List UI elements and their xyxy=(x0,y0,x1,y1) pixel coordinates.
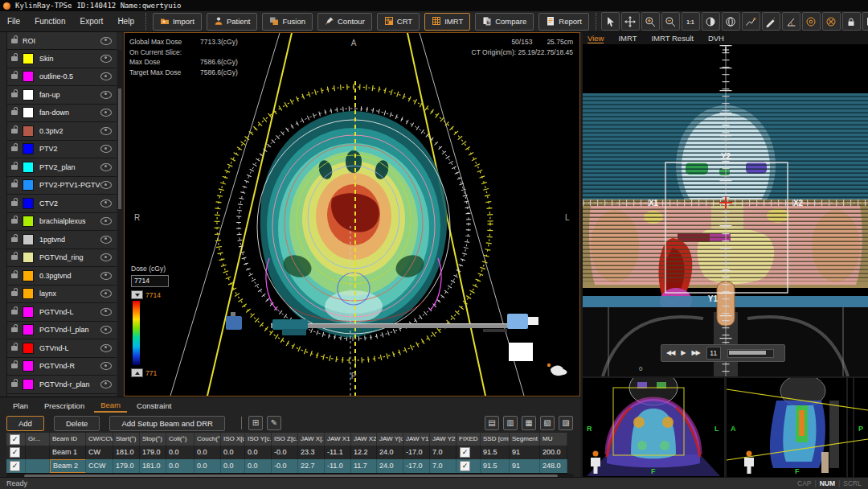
roi-scrollbar[interactable] xyxy=(117,50,122,397)
cell-JAW Y2...[interactable]: 7.0 xyxy=(430,459,457,473)
roi-list-item[interactable]: fan-down xyxy=(7,105,117,123)
lock-icon[interactable] xyxy=(11,346,18,351)
cell-SSD [cm][interactable]: 91.5 xyxy=(481,459,510,473)
angle-button[interactable] xyxy=(782,12,800,31)
column-header-FIXED[interactable]: FIXED xyxy=(457,433,481,446)
rotate-3d-button[interactable] xyxy=(722,12,740,31)
collimator-button[interactable] xyxy=(822,12,841,31)
column-header-Coll(°)[interactable]: Coll(°) xyxy=(166,433,194,446)
eye-icon[interactable] xyxy=(100,344,112,352)
roi-list-item[interactable]: PTV2-PTV1-PGTVnd-PGTVn: xyxy=(7,177,117,195)
menu-function[interactable]: Function xyxy=(27,11,72,32)
column-header-MU[interactable]: MU xyxy=(540,433,567,446)
tab-prescription[interactable]: Prescription xyxy=(38,400,91,412)
cell-JAW X2...[interactable]: 11.7 xyxy=(351,459,377,473)
eye-icon[interactable] xyxy=(100,91,112,99)
column-header-Beam ID[interactable]: Beam ID xyxy=(50,433,86,446)
cell-Stop(°)[interactable]: 179.0 xyxy=(140,446,166,459)
pointer-button[interactable] xyxy=(601,12,620,31)
sagittal-view[interactable]: A P F xyxy=(727,378,868,477)
cell-JAW X1...[interactable]: -11.1 xyxy=(325,446,351,459)
lock-icon[interactable] xyxy=(11,255,18,260)
eye-icon[interactable] xyxy=(100,109,112,117)
eye-icon[interactable] xyxy=(100,380,112,388)
lock-icon[interactable] xyxy=(11,327,18,332)
eye-icon[interactable] xyxy=(100,217,112,225)
template-table-button[interactable]: ▧ xyxy=(540,416,555,430)
window-level-button[interactable] xyxy=(702,12,720,31)
lock-icon[interactable] xyxy=(11,39,18,43)
coronal-view[interactable]: R L F xyxy=(583,378,724,477)
eye-icon[interactable] xyxy=(100,72,112,80)
cell-JAW Y1...[interactable]: -17.0 xyxy=(403,459,430,473)
lock-icon[interactable] xyxy=(11,74,18,79)
cell-JAW Y1...[interactable]: -17.0 xyxy=(403,446,430,459)
import-table-button[interactable]: ▥ xyxy=(503,416,518,430)
axial-dose-view[interactable]: A R L P Global Max Dose7713.3(cGy) On Cu… xyxy=(124,32,580,397)
segment-progress-bar[interactable] xyxy=(727,349,774,358)
roi-list-item[interactable]: 0.3pgtvnd xyxy=(7,267,117,286)
column-header-Segment[interactable]: Segment xyxy=(510,433,540,446)
fast-forward-button[interactable]: ▶▶ xyxy=(691,344,699,362)
export-table-button[interactable]: ▤ xyxy=(485,416,499,430)
cell-Start(°)[interactable]: 179.0 xyxy=(113,459,140,473)
lock-icon[interactable] xyxy=(11,310,18,314)
roi-list-item[interactable]: CTV2 xyxy=(7,195,117,213)
roi-list-item[interactable]: fan-up xyxy=(7,86,117,105)
lock-icon[interactable] xyxy=(11,56,18,61)
row-checkbox[interactable]: ✓ xyxy=(10,461,20,471)
roi-list-item[interactable]: PTV2_plan xyxy=(7,158,117,177)
compare-button[interactable]: bCompare xyxy=(475,13,534,31)
lock-icon[interactable] xyxy=(11,165,18,170)
column-header-JAW X1...[interactable]: JAW X1... xyxy=(325,433,351,446)
column-header-ISO X[c...[interactable]: ISO X[c... xyxy=(221,433,245,446)
column-header-Start(°)[interactable]: Start(°) xyxy=(113,433,140,446)
cell-MU[interactable]: 200.0 xyxy=(540,446,567,459)
cell-ISO X[c...[interactable]: 0.0 xyxy=(221,459,245,473)
cell-CW/CCW[interactable]: CW xyxy=(86,446,113,459)
zoom-out-button[interactable] xyxy=(661,12,680,31)
one-to-one-button[interactable]: 1:1 xyxy=(682,12,700,31)
row-checkbox-cell[interactable]: ✓ xyxy=(6,446,26,459)
roi-list-item[interactable]: PGTVnd-L xyxy=(7,303,117,322)
roi-panel-gutter[interactable] xyxy=(0,32,7,397)
import-button[interactable]: Import xyxy=(153,13,202,31)
fixed-checkbox[interactable]: ✓ xyxy=(460,461,470,471)
column-header-ISO Z[c...[interactable]: ISO Z[c... xyxy=(272,433,298,446)
eye-icon[interactable] xyxy=(100,55,112,63)
beam-eye-view[interactable]: X1 X2 Y2 Y1 ◀◀ ▶ ▶▶ 11 0 xyxy=(583,45,868,376)
cell-MU[interactable]: 248.0 xyxy=(540,459,567,473)
pan-button[interactable] xyxy=(621,12,640,31)
crt-button[interactable]: CRT xyxy=(377,13,420,31)
column-header-select[interactable]: ✓ xyxy=(6,433,26,446)
column-header-JAW Y[c...[interactable]: JAW Y[c... xyxy=(377,433,403,446)
eye-icon[interactable] xyxy=(100,37,112,45)
column-header-SSD [cm][interactable]: SSD [cm] xyxy=(481,433,510,446)
cell-ISO Z[c...[interactable]: -0.0 xyxy=(272,459,298,473)
lock-icon[interactable] xyxy=(11,201,18,206)
add-setup-beam-and-drr-button[interactable]: Add Setup Beam and DRR xyxy=(109,416,225,431)
roi-list-item[interactable]: 1pgtvnd xyxy=(7,231,117,249)
column-header-Couch(°)[interactable]: Couch(°) xyxy=(194,433,221,446)
lock-icon[interactable] xyxy=(11,219,18,224)
roi-list-item[interactable]: brachialplexus xyxy=(7,213,117,232)
column-header-ISO Y[c...[interactable]: ISO Y[c... xyxy=(245,433,272,446)
rewind-button[interactable]: ◀◀ xyxy=(666,344,674,362)
roi-list-item[interactable]: Skin xyxy=(7,50,117,68)
fixed-checkbox-cell[interactable]: ✓ xyxy=(457,459,481,473)
segment-number-field[interactable]: 11 xyxy=(706,347,721,360)
roi-list-item[interactable]: PGTVnd_ring xyxy=(7,249,117,268)
roi-list-item[interactable]: PGTVnd-r_plan xyxy=(7,376,117,394)
menu-export[interactable]: Export xyxy=(72,11,110,32)
cell-Coll(°)[interactable]: 0.0 xyxy=(166,446,194,459)
fixed-checkbox[interactable]: ✓ xyxy=(460,447,470,458)
column-header-JAW Y1...[interactable]: JAW Y1... xyxy=(403,433,430,446)
fixed-checkbox-cell[interactable]: ✓ xyxy=(457,446,481,459)
cell-JAW X2...[interactable]: 12.2 xyxy=(351,446,377,459)
measure-button[interactable] xyxy=(762,12,780,31)
cell-ISO Y[c...[interactable]: 0.0 xyxy=(245,459,272,473)
cell-ISO Z[c...[interactable]: -0.0 xyxy=(272,446,298,459)
cell-JAW Y[c...[interactable]: 24.0 xyxy=(377,446,403,459)
tab-imrt[interactable]: IMRT xyxy=(618,34,637,43)
roi-list-item[interactable]: 0.3ptv2 xyxy=(7,122,117,141)
